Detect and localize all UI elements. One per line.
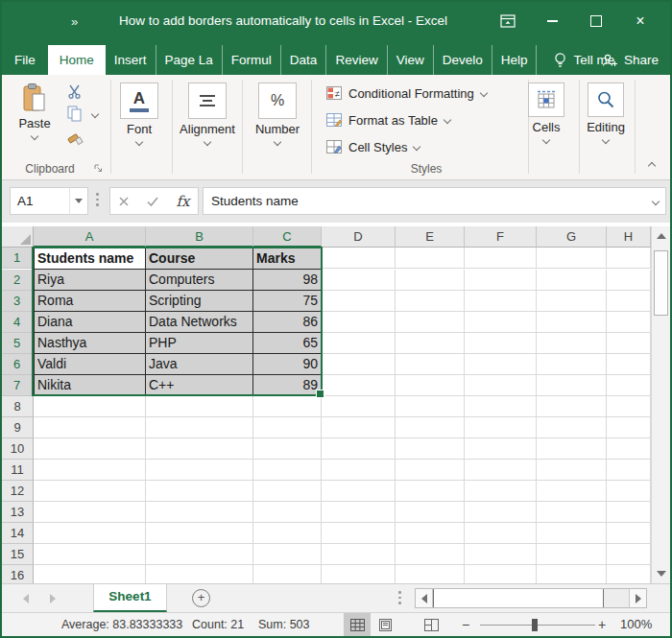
select-all-button[interactable] (2, 226, 34, 248)
share-button[interactable]: Share (602, 45, 659, 75)
cell-F2[interactable] (465, 270, 537, 291)
cell-H11[interactable] (607, 460, 651, 481)
cell-D14[interactable] (322, 523, 396, 544)
cell-G3[interactable] (537, 291, 607, 312)
cell-E8[interactable] (396, 396, 465, 417)
cell-H1[interactable] (607, 248, 651, 269)
cell-A15[interactable] (34, 544, 146, 565)
format-as-table-button[interactable]: Format as Table (326, 109, 530, 130)
vertical-scrollbar[interactable] (651, 226, 670, 583)
tab-file[interactable]: File (2, 45, 48, 75)
cell-A2[interactable]: Riya (34, 270, 146, 291)
cell-B9[interactable] (146, 417, 253, 438)
cell-H13[interactable] (607, 502, 651, 523)
horizontal-scroll-thumb[interactable] (433, 589, 604, 607)
cell-A5[interactable]: Nasthya (34, 333, 146, 354)
cell-D11[interactable] (322, 460, 396, 481)
cell-C8[interactable] (253, 396, 322, 417)
cell-H15[interactable] (607, 544, 651, 565)
cell-A4[interactable]: Diana (34, 312, 146, 333)
cell-C10[interactable] (253, 438, 322, 460)
cell-B10[interactable] (146, 438, 253, 460)
row-header-14[interactable]: 14 (2, 523, 34, 544)
tab-insert[interactable]: Insert (106, 45, 156, 75)
row-header-3[interactable]: 3 (2, 291, 34, 312)
zoom-slider-track[interactable] (480, 625, 595, 626)
cell-F8[interactable] (465, 396, 537, 417)
new-sheet-button[interactable]: + (192, 589, 210, 607)
cell-A7[interactable]: Nikita (34, 375, 146, 396)
cell-F14[interactable] (465, 523, 537, 544)
row-header-12[interactable]: 12 (2, 481, 34, 502)
tab-review[interactable]: Review (325, 45, 386, 75)
cell-B4[interactable]: Data Networks (146, 312, 253, 333)
next-sheet-button[interactable] (50, 594, 56, 603)
cell-F5[interactable] (465, 333, 537, 354)
vertical-scroll-thumb[interactable] (654, 250, 668, 316)
scroll-down-button[interactable] (657, 571, 666, 577)
cell-C15[interactable] (253, 544, 322, 565)
cell-G13[interactable] (537, 502, 607, 523)
zoom-slider-handle[interactable] (532, 619, 538, 631)
cell-G12[interactable] (537, 481, 607, 502)
cell-B15[interactable] (146, 544, 253, 565)
cell-styles-button[interactable]: Cell Styles (326, 136, 530, 157)
cell-D6[interactable] (322, 354, 396, 375)
scroll-left-button[interactable] (416, 589, 433, 607)
cell-E14[interactable] (396, 523, 465, 544)
paste-button[interactable]: Paste (10, 83, 60, 157)
cell-E5[interactable] (396, 333, 465, 354)
row-header-7[interactable]: 7 (2, 375, 34, 396)
previous-sheet-button[interactable] (23, 594, 29, 603)
cell-C5[interactable]: 65 (253, 333, 322, 354)
cell-C7[interactable]: 89 (253, 375, 322, 396)
conditional-formatting-button[interactable]: ≠ Conditional Formatting (326, 83, 530, 104)
cell-B11[interactable] (146, 460, 253, 481)
cell-D3[interactable] (322, 291, 396, 312)
row-header-5[interactable]: 5 (2, 333, 34, 354)
row-header-4[interactable]: 4 (2, 312, 34, 333)
minimize-button[interactable] (530, 2, 574, 40)
editing-group-button[interactable]: Editing (579, 83, 633, 143)
cell-G2[interactable] (537, 270, 607, 291)
cell-H6[interactable] (607, 354, 651, 375)
cell-E2[interactable] (396, 270, 465, 291)
cell-F6[interactable] (465, 354, 537, 375)
cell-H9[interactable] (607, 417, 651, 438)
tab-bar-grip-icon[interactable] (398, 591, 401, 604)
normal-view-button[interactable] (344, 613, 371, 636)
cell-B6[interactable]: Java (146, 354, 253, 375)
cell-E11[interactable] (396, 460, 465, 481)
cell-D7[interactable] (322, 375, 396, 396)
name-box-dropdown[interactable] (69, 188, 87, 214)
cell-A13[interactable] (34, 502, 146, 523)
cell-B8[interactable] (146, 396, 253, 417)
cell-C3[interactable]: 75 (253, 291, 322, 312)
cell-E3[interactable] (396, 291, 465, 312)
cell-C9[interactable] (253, 417, 322, 438)
row-header-11[interactable]: 11 (2, 460, 34, 481)
cell-E10[interactable] (396, 438, 465, 460)
cell-H12[interactable] (607, 481, 651, 502)
cell-F7[interactable] (465, 375, 537, 396)
tab-help[interactable]: Help (492, 45, 538, 75)
cell-D12[interactable] (322, 481, 396, 502)
cell-G5[interactable] (537, 333, 607, 354)
ribbon-display-options-button[interactable] (486, 2, 530, 40)
cell-D8[interactable] (322, 396, 396, 417)
tab-view[interactable]: View (387, 45, 433, 75)
cell-B13[interactable] (146, 502, 253, 523)
cell-A8[interactable] (34, 396, 146, 417)
cell-C1[interactable]: Marks (253, 248, 322, 270)
scroll-right-button[interactable] (629, 589, 646, 607)
cell-C6[interactable]: 90 (253, 354, 322, 375)
cell-H5[interactable] (607, 333, 651, 354)
copy-chevron-icon[interactable] (91, 110, 99, 118)
column-header-H[interactable]: H (607, 226, 651, 248)
clipboard-dialog-launcher-icon[interactable] (94, 164, 103, 173)
cell-H2[interactable] (607, 270, 651, 291)
cell-F13[interactable] (465, 502, 537, 523)
horizontal-scrollbar[interactable] (415, 588, 647, 608)
cell-G15[interactable] (537, 544, 607, 565)
column-header-A[interactable]: A (34, 226, 146, 248)
